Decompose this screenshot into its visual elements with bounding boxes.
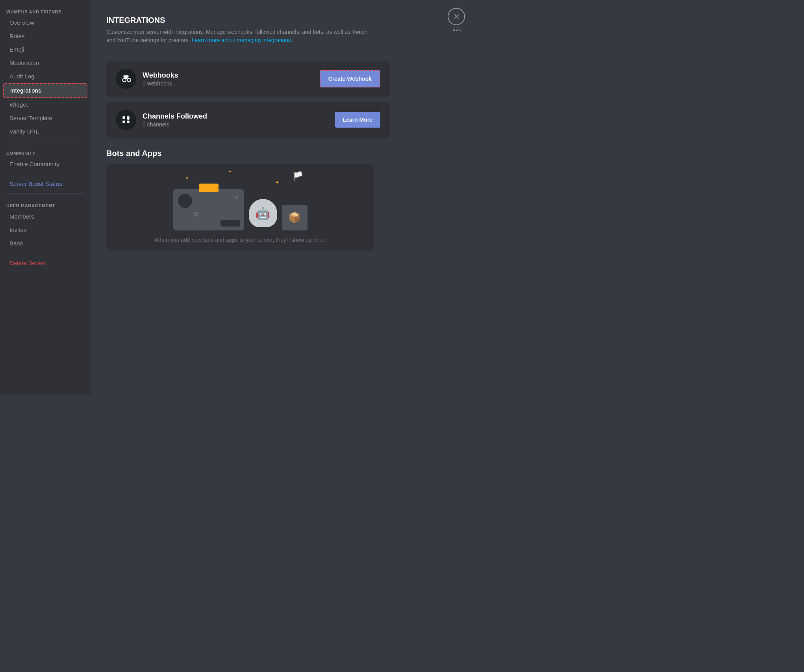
learn-more-button[interactable]: Learn More	[335, 112, 380, 128]
bots-empty-text: When you add new bots and apps to your s…	[154, 237, 326, 243]
webhooks-card: Webhooks 0 webhooks Create Webhook	[106, 61, 390, 97]
sidebar-item-delete-server[interactable]: Delete Server	[3, 256, 87, 269]
bots-image: ⚙ ⚙ 🤖 📦 🏳️ ✦ ✦ ✦	[106, 164, 374, 230]
section-divider-top	[106, 54, 457, 54]
page-title: INTEGRATIONS	[106, 16, 457, 25]
channels-followed-title: Channels Followed	[143, 112, 335, 121]
section-header-community: COMMUNITY	[0, 145, 91, 157]
sidebar-item-integrations[interactable]: Integrations	[3, 83, 87, 98]
sidebar-item-boost-status[interactable]: Server Boost Status	[3, 177, 87, 190]
sidebar-item-server-template[interactable]: Server Template	[3, 111, 87, 124]
bots-illustration: ⚙ ⚙ 🤖 📦 🏳️ ✦ ✦ ✦ When yo	[106, 164, 374, 251]
channels-followed-card: Channels Followed 0 channels Learn More	[106, 102, 390, 138]
sidebar-divider-delete	[6, 253, 84, 253]
webhooks-info: Webhooks 0 webhooks	[143, 71, 320, 87]
sidebar: WUMPUS AND FRIENDS Overview Roles Emoji …	[0, 0, 91, 395]
sidebar-divider-community	[6, 141, 84, 141]
channels-followed-info: Channels Followed 0 channels	[143, 112, 335, 128]
create-webhook-button[interactable]: Create Webhook	[320, 70, 380, 87]
sidebar-item-invites[interactable]: Invites	[3, 223, 87, 236]
main-content: ✕ ESC INTEGRATIONS Customize your server…	[91, 0, 473, 395]
sidebar-item-enable-community[interactable]: Enable Community	[3, 158, 87, 171]
learn-more-link[interactable]: Learn more about managing integrations.	[192, 37, 293, 43]
sidebar-divider-user-management	[6, 193, 84, 194]
close-icon: ✕	[453, 12, 460, 21]
sidebar-item-overview[interactable]: Overview	[3, 16, 87, 29]
sidebar-item-roles[interactable]: Roles	[3, 30, 87, 43]
webhooks-count: 0 webhooks	[143, 80, 320, 87]
channels-followed-count: 0 channels	[143, 121, 335, 128]
sidebar-item-audit-log[interactable]: Audit Log	[3, 70, 87, 83]
webhooks-title: Webhooks	[143, 71, 320, 80]
esc-label: ESC	[452, 27, 462, 32]
sidebar-item-vanity-url[interactable]: Vanity URL	[3, 125, 87, 138]
page-description: Customize your server with integrations.…	[106, 28, 374, 45]
sidebar-item-members[interactable]: Members	[3, 210, 87, 223]
sidebar-item-bans[interactable]: Bans	[3, 237, 87, 250]
channels-followed-icon	[116, 110, 136, 130]
sidebar-item-widget[interactable]: Widget	[3, 98, 87, 111]
close-button[interactable]: ✕	[448, 8, 465, 25]
sidebar-item-moderation[interactable]: Moderation	[3, 56, 87, 69]
sidebar-divider-boost	[6, 174, 84, 174]
section-header-user-management: USER MANAGEMENT	[0, 197, 91, 210]
bots-section-title: Bots and Apps	[106, 149, 457, 158]
webhook-svg-icon	[121, 74, 131, 84]
webhooks-icon	[116, 69, 136, 89]
server-name: WUMPUS AND FRIENDS	[0, 6, 91, 16]
sidebar-item-emoji[interactable]: Emoji	[3, 43, 87, 56]
channels-svg-icon	[121, 115, 131, 125]
